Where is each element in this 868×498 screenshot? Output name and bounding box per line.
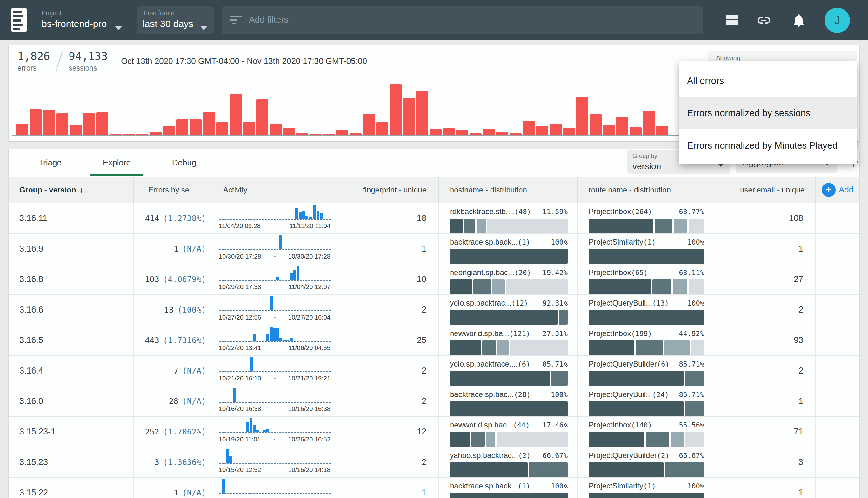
- distribution-top-value: ProjectQueryBuil...: [589, 390, 652, 399]
- histogram-bar: [590, 114, 602, 135]
- cell-group-version: 3.16.4: [9, 356, 134, 385]
- project-label: Project: [42, 10, 61, 17]
- table-row[interactable]: 3.16.47(N/A)10/21/20 16:10-10/21/20 19:2…: [9, 356, 859, 386]
- sessions-count: 94,133: [69, 50, 108, 63]
- cell-fingerprint-unique: 2: [339, 447, 439, 477]
- dashboard-layout-icon[interactable]: [724, 13, 740, 28]
- distribution-cell: ProjectInbox(140)55.56%: [589, 420, 704, 447]
- tab-triage[interactable]: Triage: [24, 149, 76, 176]
- table-row[interactable]: 3.16.028(N/A)10/16/20 16:38-10/16/20 16:…: [9, 386, 859, 417]
- column-header-errors[interactable]: Errors by se...: [134, 177, 211, 202]
- errors-stat-label: errors: [17, 64, 50, 73]
- sparkline-bar: [263, 430, 266, 432]
- sparkline-bar: [296, 266, 299, 280]
- table-row[interactable]: 3.16.613(100%)10/27/20 12:56-10/27/20 16…: [9, 295, 859, 325]
- add-filters-placeholder: Add filters: [249, 15, 289, 25]
- distribution-top-value: ProjectInbox: [589, 329, 631, 338]
- column-header-user_email[interactable]: user.email - unique: [715, 177, 816, 202]
- sparkline-bar: [279, 235, 282, 249]
- errors-count: 1,826: [17, 50, 50, 63]
- distribution-bar: [589, 249, 704, 264]
- link-icon[interactable]: [756, 13, 772, 28]
- cell-hostname-distribution: yahoo.sp.backtrac...(2)66.67%: [439, 447, 578, 477]
- activity-start-date: 10/21/20 16:10: [219, 375, 261, 382]
- table-row[interactable]: 3.15.23-1252(1.7062%)10/19/20 11:01-10/2…: [9, 417, 859, 447]
- column-header-hostname[interactable]: hostname - distribution: [439, 177, 578, 202]
- activity-date-range: 10/27/20 12:56-10/27/20 16:04: [219, 314, 331, 321]
- histogram-bar: [96, 113, 108, 135]
- column-header-activity[interactable]: Activity: [211, 177, 339, 202]
- errors-percent-value: (1.2738%): [163, 214, 206, 223]
- distribution-bar-segment: [589, 432, 644, 447]
- activity-date-separator: -: [274, 344, 276, 352]
- showing-menu-item[interactable]: Errors normalized by sessions: [679, 97, 857, 129]
- distribution-bar-segment: [589, 402, 683, 416]
- cell-group-version: 3.16.8: [9, 264, 134, 294]
- histogram-bar: [136, 134, 148, 135]
- histogram-bar: [243, 122, 255, 135]
- activity-sparkline: [219, 419, 331, 433]
- distribution-top-percent: 27.31%: [543, 330, 567, 338]
- cell-errors-by-session: 3(1.3636%): [134, 447, 211, 477]
- timeframe-selector[interactable]: Time frame last 30 days: [137, 6, 214, 34]
- distribution-label-line: rdkbacktrace.stb....(48)11.59%: [450, 207, 567, 216]
- distribution-bar: [589, 340, 704, 355]
- cell-errors-by-session: 414(1.2738%): [134, 203, 211, 233]
- histogram-bar: [616, 117, 628, 135]
- errors-percent-value: (4.0679%): [163, 275, 206, 284]
- add-column-button[interactable]: +Add: [816, 177, 859, 202]
- cell-fingerprint-unique: 1: [339, 478, 439, 498]
- sort-descending-icon: ↓: [79, 185, 84, 195]
- sparkline-bar: [309, 217, 312, 219]
- table-row[interactable]: 3.15.233(1.3636%)10/15/20 12:52-10/16/20…: [9, 447, 859, 478]
- table-row[interactable]: 3.16.8103(4.0679%)10/29/20 17:38-11/04/2…: [9, 264, 859, 295]
- histogram-bar: [656, 126, 668, 135]
- histogram-bar: [203, 113, 215, 135]
- cell-hostname-distribution: rdkbacktrace.stb....(48)11.59%: [439, 203, 578, 233]
- errors-stat: 1,826 errors: [17, 50, 50, 73]
- distribution-cell: ProjectQueryBuil...(24)85.71%: [589, 390, 704, 416]
- user-email-unique-value: 1: [799, 396, 803, 406]
- distribution-bar-segment: [482, 340, 496, 355]
- cell-hostname-distribution: yolo.sp.backtrace....(6)85.71%: [439, 356, 578, 385]
- user-email-unique-value: 108: [789, 213, 803, 223]
- histogram-bar: [229, 94, 242, 135]
- table-row[interactable]: 3.16.91(N/A)10/30/20 17:28-10/30/20 17:2…: [9, 234, 859, 264]
- table-row[interactable]: 3.15.221(N/A)1backtrace.sp.back...(1)100…: [9, 478, 859, 498]
- cell-activity: 10/30/20 17:28-10/30/20 17:28: [211, 234, 339, 264]
- distribution-bar-segment: [465, 219, 475, 233]
- distribution-top-count: (28): [514, 391, 531, 398]
- histogram-bar: [576, 97, 588, 135]
- histogram-bar: [403, 98, 415, 135]
- cell-errors-by-session: 252(1.7062%): [134, 417, 211, 447]
- distribution-top-count: (48): [514, 208, 531, 215]
- cell-activity: 10/19/20 11:01-10/26/20 16:52: [211, 417, 339, 447]
- distribution-label-line: ProjectQueryBuil...(13)100%: [589, 299, 704, 307]
- sparkline-bar: [233, 388, 236, 402]
- cell-fingerprint-unique: 25: [339, 325, 439, 355]
- distribution-top-value: yolo.sp.backtrace....: [450, 359, 518, 368]
- fingerprint-unique-value: 12: [417, 427, 426, 437]
- table-row[interactable]: 3.16.5443(1.7316%)10/22/20 13:41-11/06/2…: [9, 325, 859, 356]
- tab-debug[interactable]: Debug: [157, 149, 211, 176]
- table-row[interactable]: 3.16.11414(1.2738%)11/04/20 09:28-11/11/…: [9, 203, 859, 234]
- histogram-bar: [416, 91, 428, 135]
- column-header-route[interactable]: route.name - distribution: [578, 177, 715, 202]
- fingerprint-unique-value: 2: [422, 396, 426, 406]
- backtrace-logo-icon[interactable]: [11, 8, 27, 32]
- column-header-group[interactable]: Group - version↓: [9, 177, 134, 202]
- distribution-top-percent: 63.77%: [679, 208, 704, 215]
- tab-explore[interactable]: Explore: [91, 149, 143, 176]
- errors-percent-value: (1.7316%): [163, 336, 206, 345]
- add-filters-input[interactable]: Add filters: [222, 6, 703, 34]
- showing-menu-item[interactable]: Errors normalized by Minutes Played: [679, 129, 857, 162]
- distribution-label-line: ProjectInbox(65)63.11%: [589, 268, 704, 277]
- notifications-bell-icon[interactable]: [791, 13, 806, 28]
- showing-menu-item[interactable]: All errors: [679, 64, 857, 97]
- plus-icon: +: [822, 183, 836, 197]
- distribution-top-percent: 100%: [551, 482, 567, 490]
- column-header-fingerprint[interactable]: fingerprint - unique: [339, 177, 439, 202]
- error-explorer-page: Project bs-frontend-pro Time frame last …: [0, 0, 868, 498]
- user-avatar[interactable]: J: [825, 8, 850, 33]
- distribution-top-value: newworld.sp.ba...: [450, 329, 509, 338]
